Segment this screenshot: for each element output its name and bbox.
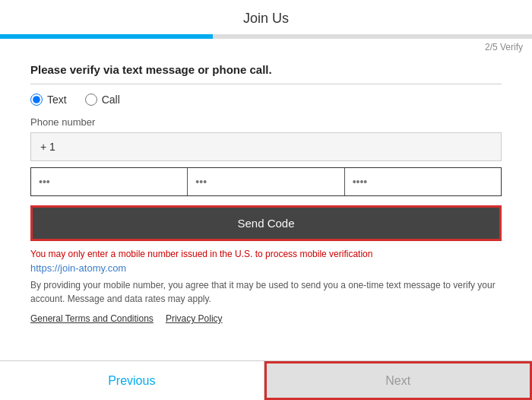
footer-navigation: Previous Next [0, 360, 532, 400]
radio-text-label: Text [47, 94, 67, 106]
warning-text: You may only enter a mobile number issue… [30, 249, 502, 259]
links-row: General Terms and Conditions Privacy Pol… [30, 313, 502, 324]
page-subtitle: Please verify via text message or phone … [30, 63, 502, 84]
phone-part3-input[interactable] [345, 168, 501, 195]
phone-parts-row [30, 167, 502, 196]
next-button[interactable]: Next [264, 361, 533, 400]
send-code-button[interactable]: Send Code [30, 205, 502, 241]
phone-number-label: Phone number [30, 116, 502, 128]
progress-bar [0, 34, 532, 39]
phone-part1-input[interactable] [31, 168, 188, 195]
radio-call-input[interactable] [85, 94, 97, 106]
phone-part2-input[interactable] [188, 168, 344, 195]
main-content: Please verify via text message or phone … [0, 52, 532, 360]
phone-country-code-input[interactable] [30, 132, 502, 161]
radio-text-option[interactable]: Text [30, 94, 67, 106]
progress-label: 2/5 Verify [0, 39, 532, 52]
previous-button[interactable]: Previous [0, 361, 264, 400]
radio-text-input[interactable] [30, 94, 43, 106]
watermark-text: https://join-atomy.com [30, 262, 502, 274]
page-title: Join Us [0, 0, 532, 34]
progress-bar-fill [0, 34, 213, 39]
radio-call-option[interactable]: Call [85, 94, 120, 106]
terms-link[interactable]: General Terms and Conditions [30, 313, 154, 324]
privacy-policy-link[interactable]: Privacy Policy [166, 313, 223, 324]
radio-call-label: Call [102, 94, 120, 106]
description-text: By providing your mobile number, you agr… [30, 278, 502, 306]
verification-method-group: Text Call [30, 94, 502, 106]
